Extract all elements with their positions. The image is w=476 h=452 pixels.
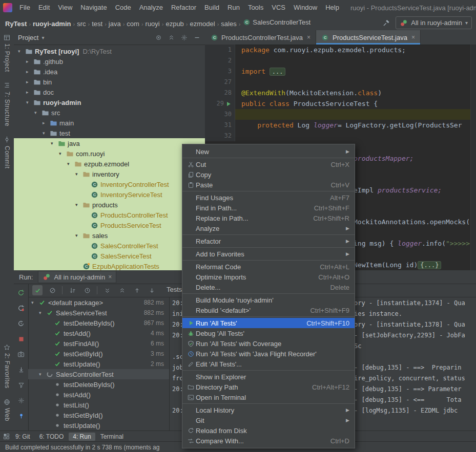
project-tree-item[interactable]: CSalesServiceTest xyxy=(14,251,205,261)
project-tree-item[interactable]: CProductsServiceTest xyxy=(14,220,205,230)
test-tree-item[interactable]: testFindAll()6 ms xyxy=(28,338,169,349)
test-tree-item[interactable]: testGetById()3 ms xyxy=(28,349,169,359)
project-tree-item[interactable]: ▾products xyxy=(14,200,205,210)
project-tree-item[interactable]: ▾com.ruoyi xyxy=(14,148,205,159)
context-menu-item-reload-from-disk[interactable]: Reload from Disk xyxy=(182,425,355,436)
tool-window-button-web[interactable]: Web xyxy=(3,398,11,421)
test-tree-item[interactable]: testAdd()4 ms xyxy=(28,328,169,338)
gear-icon[interactable] xyxy=(180,33,188,41)
project-tree-item[interactable]: CSalesControllerTest xyxy=(14,241,205,251)
tree-expanded-arrow[interactable]: ▾ xyxy=(59,151,66,156)
menu-tools[interactable]: Tools xyxy=(244,4,267,11)
test-tree-item[interactable]: testDeleteByIds()867 ms xyxy=(28,318,169,328)
project-tree-item[interactable]: CProductsControllerTest xyxy=(14,210,205,220)
tool-window-button-6-todo[interactable]: 6: TODO xyxy=(35,433,68,441)
auto-test-button[interactable] xyxy=(16,318,26,329)
collapse-all-icon[interactable] xyxy=(167,33,175,41)
project-tree-item[interactable]: ▾ezpub.ezmodel xyxy=(14,159,205,169)
context-menu-item-copy[interactable]: Copy xyxy=(182,169,355,180)
context-menu-item-debug-all-tests[interactable]: Debug 'All Tests' xyxy=(182,328,355,338)
stop-button[interactable] xyxy=(16,334,26,344)
context-menu-item-find-in-path[interactable]: Find in Path...Ctrl+Shift+F xyxy=(182,203,355,213)
breadcrumb-item[interactable]: ezpub xyxy=(164,20,184,28)
context-menu-item-reformat-code[interactable]: Reformat CodeCtrl+Alt+L xyxy=(182,262,355,272)
tool-window-button-1-project[interactable]: 1: Project xyxy=(3,33,11,72)
context-menu-item-paste[interactable]: PasteCtrl+V xyxy=(182,180,355,190)
breadcrumb-class-item[interactable]: CSalesControllerTest xyxy=(241,18,312,26)
editor-tab-productsservicetest-java[interactable]: CProductsServiceTest.java× xyxy=(316,30,421,45)
context-menu-item-git[interactable]: Git▶ xyxy=(182,415,355,425)
tree-collapsed-arrow[interactable]: ▸ xyxy=(26,59,33,64)
menu-view[interactable]: View xyxy=(54,4,76,11)
project-tree-item[interactable]: ▾sales xyxy=(14,230,205,241)
run-class-icon[interactable] xyxy=(225,101,232,107)
project-tree-item[interactable]: ▸doc xyxy=(14,87,205,97)
menu-code[interactable]: Code xyxy=(111,4,135,11)
menu-vcs[interactable]: VCS xyxy=(267,4,289,11)
project-tree-item[interactable]: CInventoryControllerTest xyxy=(14,179,205,189)
project-tree-item[interactable]: ▸bin xyxy=(14,77,205,87)
menu-analyze[interactable]: Analyze xyxy=(135,4,167,11)
test-tree-item[interactable]: testAdd() xyxy=(28,390,169,400)
close-icon[interactable]: × xyxy=(307,34,311,41)
close-icon[interactable]: × xyxy=(411,34,415,41)
context-menu-item-local-history[interactable]: Local History▶ xyxy=(182,405,355,415)
breadcrumb-item[interactable]: java xyxy=(108,20,122,28)
menu-build[interactable]: Build xyxy=(200,4,223,11)
breadcrumb-item[interactable]: RyTest xyxy=(4,20,28,28)
tree-expanded-arrow[interactable]: ▾ xyxy=(51,141,57,146)
rerun-failed-button[interactable] xyxy=(16,303,26,313)
tree-expanded-arrow[interactable]: ▾ xyxy=(31,300,38,305)
context-menu-item-run-all-tests-with-java-flight-recorder[interactable]: Run 'All Tests' with 'Java Flight Record… xyxy=(182,349,355,359)
menu-file[interactable]: File xyxy=(15,4,34,11)
filter-button[interactable] xyxy=(16,380,26,390)
breadcrumb-item[interactable]: src xyxy=(76,20,87,28)
context-menu-item-new[interactable]: New▶ xyxy=(182,146,355,157)
context-menu-item-optimize-imports[interactable]: Optimize ImportsCtrl+Alt+O xyxy=(182,272,355,282)
close-icon[interactable]: × xyxy=(108,273,112,281)
project-tree-item[interactable]: ▸.github xyxy=(14,56,205,67)
tree-expanded-arrow[interactable]: ▾ xyxy=(34,110,41,115)
gear-button[interactable] xyxy=(16,395,26,405)
context-menu-item-analyze[interactable]: Analyze▶ xyxy=(182,223,355,233)
screenshot-button[interactable] xyxy=(16,349,26,359)
tool-window-button-9-git[interactable]: 9: Git xyxy=(11,433,34,441)
tree-expanded-arrow[interactable]: ▾ xyxy=(75,171,82,177)
context-menu-item-replace-in-path[interactable]: Replace in Path...Ctrl+Shift+R xyxy=(182,213,355,223)
scroll-down-button[interactable] xyxy=(16,364,26,375)
project-tree-item[interactable]: ▾RyTest [ruoyi]D:\RyTest xyxy=(14,46,205,56)
tree-collapsed-arrow[interactable]: ▸ xyxy=(26,69,33,74)
project-tree-item[interactable]: ▾src xyxy=(14,107,205,118)
tree-expanded-arrow[interactable]: ▾ xyxy=(75,233,82,238)
tree-collapsed-arrow[interactable]: ▸ xyxy=(26,79,33,84)
project-tree-item[interactable]: CEzpubApplicationTests xyxy=(14,261,205,270)
context-menu-item-show-in-explorer[interactable]: Show in Explorer xyxy=(182,372,355,382)
test-tree-item[interactable]: ▾SalesServiceTest882 ms xyxy=(28,308,169,318)
test-tree-item[interactable]: ▾SalesControllerTest xyxy=(28,369,169,379)
tool-window-button-commit[interactable]: Commit xyxy=(3,136,11,168)
breadcrumb-item[interactable]: ruoyi xyxy=(144,20,161,28)
locate-icon[interactable] xyxy=(154,33,162,41)
pin-button[interactable] xyxy=(16,411,26,421)
context-menu-item-run-all-tests-with-coverage[interactable]: Run 'All Tests' with Coverage xyxy=(182,338,355,349)
show-ignored-button[interactable] xyxy=(47,285,57,295)
context-menu-item-rebuild-default[interactable]: Rebuild '<default>'Ctrl+Shift+F9 xyxy=(182,305,355,315)
editor-tab-productscontrollertest-java[interactable]: CProductsControllerTest.java× xyxy=(205,30,316,45)
menu-window[interactable]: Window xyxy=(289,4,321,11)
hide-icon[interactable] xyxy=(193,33,201,41)
run-configuration-tab[interactable]: All in ruoyi-admin × xyxy=(38,271,116,283)
window-switcher-icon[interactable] xyxy=(2,433,10,441)
project-tree-item[interactable]: CInventoryServiceTest xyxy=(14,189,205,200)
breadcrumb-item[interactable]: sales xyxy=(220,20,237,28)
show-passed-button[interactable] xyxy=(32,285,43,295)
context-menu-item-refactor[interactable]: Refactor▶ xyxy=(182,236,355,246)
test-tree-item[interactable]: testUpdate()2 ms xyxy=(28,359,169,369)
next-failed-button[interactable] xyxy=(147,285,157,295)
menu-edit[interactable]: Edit xyxy=(34,4,54,11)
context-menu-item-find-usages[interactable]: Find UsagesAlt+F7 xyxy=(182,192,355,203)
breadcrumb-item[interactable]: com xyxy=(126,20,140,28)
project-tree-item[interactable]: ▾test xyxy=(14,128,205,138)
breadcrumb-item[interactable]: ezmodel xyxy=(189,20,216,28)
context-menu-item-compare-with[interactable]: Compare With...Ctrl+D xyxy=(182,436,355,446)
test-tree-item[interactable]: testList() xyxy=(28,400,169,410)
